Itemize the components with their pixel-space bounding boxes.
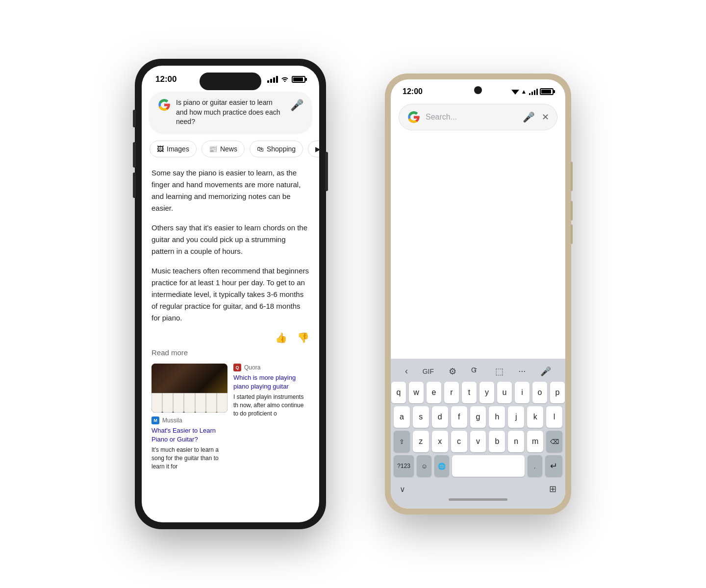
android-vol-up-button[interactable] [571,201,573,220]
key-r[interactable]: r [444,382,459,403]
keyboard-translate-icon[interactable]: GT [471,366,481,377]
key-x[interactable]: x [432,431,448,452]
key-l[interactable]: l [546,406,562,428]
key-u[interactable]: u [497,382,512,403]
article-snippet-2: I started playin instruments th now, aft… [233,393,309,417]
key-e[interactable]: e [427,382,441,403]
key-s[interactable]: s [413,406,429,428]
key-h[interactable]: h [489,406,505,428]
key-o[interactable]: o [532,382,547,403]
tab-shopping-label: Shopping [267,145,296,153]
keyboard-chevron-down-icon[interactable]: ∨ [400,485,405,494]
tab-images[interactable]: 🖼 Images [150,141,197,157]
android-mic-icon[interactable]: 🎤 [523,111,535,123]
key-j[interactable]: j [508,406,524,428]
dynamic-island [200,73,261,90]
lte-icon: ▲ [521,88,527,95]
key-y[interactable]: y [479,382,494,403]
key-g[interactable]: g [470,406,486,428]
key-n[interactable]: n [508,431,524,452]
key-d[interactable]: d [432,406,448,428]
keyboard-clipboard-icon[interactable]: ⬚ [495,366,504,377]
key-emoji[interactable]: ☺ [417,455,431,477]
paragraph-3: Music teachers often recommend that begi… [151,265,309,324]
key-a[interactable]: a [394,406,410,428]
keyboard-row-1: q w e r t y u i o p [394,382,562,403]
android-status-icons: ▲ [511,88,554,95]
tab-news[interactable]: 📰 News [202,141,245,157]
key-f[interactable]: f [451,406,467,428]
key-backspace[interactable]: ⌫ [546,431,562,452]
thumbs-up-icon[interactable]: 👍 [275,332,287,343]
article-card-1[interactable]: M Mussila What's Easier to Learn Piano o… [151,364,227,471]
android-close-icon[interactable]: ✕ [542,112,549,122]
android-search-input[interactable]: Search... [426,113,518,122]
android-keyboard[interactable]: ‹ GIF ⚙ GT ⬚ ··· 🎤 q w e r t y u i o [391,359,565,509]
keyboard-settings-icon[interactable]: ⚙ [449,366,456,377]
feedback-row: 👍 👎 [151,332,309,343]
android-signal-icon [529,89,538,95]
keyboard-toolbar: ‹ GIF ⚙ GT ⬚ ··· 🎤 [394,363,562,382]
article-cards: M Mussila What's Easier to Learn Piano o… [151,364,309,471]
key-m[interactable]: m [527,431,543,452]
vol-up-button[interactable] [133,142,136,168]
video-tab-icon: ▶ [315,145,319,153]
search-query: Is piano or guitar easier to learn and h… [176,98,285,127]
article-snippet-1: It's much easier to learn a song for the… [151,446,227,470]
key-globe[interactable]: 🌐 [434,455,449,477]
key-symbols[interactable]: ?123 [394,455,414,477]
android-vol-down-button[interactable] [571,224,573,244]
article-image-1 [151,364,227,413]
android-screen: 12:00 ▲ [391,79,565,509]
article-card-2[interactable]: Q Quora Which is more playing piano play… [233,364,309,471]
keyboard-gif-button[interactable]: GIF [423,368,434,375]
key-p[interactable]: p [550,382,565,403]
tab-news-label: News [220,145,237,153]
search-results: Some say the piano is easier to learn, a… [142,163,319,475]
source-logo-quora: Q [233,364,241,371]
key-shift[interactable]: ⇧ [394,431,410,452]
images-tab-icon: 🖼 [157,145,164,153]
vol-down-button[interactable] [133,172,136,198]
key-k[interactable]: k [527,406,543,428]
tab-shopping[interactable]: 🛍 Shopping [250,141,303,157]
tab-images-label: Images [167,145,189,153]
silent-button[interactable] [133,110,136,127]
keyboard-mic-icon[interactable]: 🎤 [540,366,551,377]
read-more-link[interactable]: Read more [151,348,309,357]
android-content-area [391,135,565,282]
article-title-1: What's Easier to Learn Piano or Guitar? [151,426,227,444]
key-t[interactable]: t [462,382,477,403]
tab-video[interactable]: ▶ Vide… [308,141,319,157]
key-i[interactable]: i [515,382,530,403]
source-row-1: M Mussila [151,416,227,424]
android-status-time: 12:00 [403,87,423,96]
key-q[interactable]: q [391,382,406,403]
camera-punch-hole [474,86,482,94]
key-period[interactable]: . [528,455,542,477]
wifi-icon [281,75,289,83]
key-c[interactable]: c [451,431,467,452]
keyboard-more-icon[interactable]: ··· [518,366,526,376]
iphone-device: 12:00 Is piano or guitar ea [135,59,326,529]
microphone-icon[interactable]: 🎤 [290,99,303,112]
key-b[interactable]: b [489,431,505,452]
key-w[interactable]: w [409,382,424,403]
keyboard-layout-icon[interactable]: ⊞ [549,484,556,494]
filter-tabs: 🖼 Images 📰 News 🛍 Shopping ▶ Vide… [142,139,319,163]
power-button[interactable] [325,152,328,191]
android-device: 12:00 ▲ [385,74,571,514]
shopping-tab-icon: 🛍 [257,145,264,153]
android-power-button[interactable] [571,162,573,191]
search-bar[interactable]: Is piano or guitar easier to learn and h… [150,92,311,133]
keyboard-row-3: ⇧ z x c v b n m ⌫ [394,431,562,452]
android-search-bar[interactable]: Search... 🎤 ✕ [399,104,557,130]
key-space[interactable] [452,455,524,477]
key-enter[interactable]: ↵ [545,455,562,477]
android-google-logo [407,110,421,124]
key-v[interactable]: v [470,431,486,452]
keyboard-back-icon[interactable]: ‹ [405,366,408,376]
svg-text:T: T [474,368,477,373]
thumbs-down-icon[interactable]: 👎 [297,332,309,343]
key-z[interactable]: z [413,431,429,452]
